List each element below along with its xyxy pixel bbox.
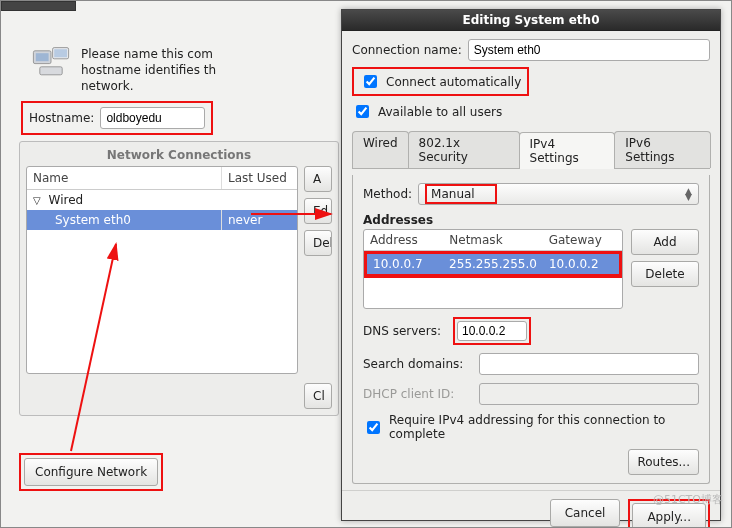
available-to-all-users-checkbox[interactable]: [356, 105, 369, 118]
close-connections-button[interactable]: Cl: [304, 383, 332, 409]
configure-network-button[interactable]: Configure Network: [24, 458, 158, 486]
tab-ipv6-settings[interactable]: IPv6 Settings: [614, 131, 711, 168]
tab-wired[interactable]: Wired: [352, 131, 409, 168]
add-address-button[interactable]: Add: [631, 229, 699, 255]
svg-rect-4: [40, 67, 62, 75]
tab-ipv4-settings[interactable]: IPv4 Settings: [519, 132, 616, 169]
background-titlebar-fragment: [1, 1, 76, 11]
add-connection-button[interactable]: A: [304, 166, 332, 192]
editing-system-eth0-dialog: Editing System eth0 Connection name: Con…: [341, 9, 721, 521]
column-lastused-header: Last Used: [222, 167, 297, 189]
addresses-table[interactable]: Address Netmask Gateway 10.0.0.7 255.255…: [363, 229, 623, 309]
intro-text: Please name this com hostname identifies…: [81, 46, 216, 95]
routes-button[interactable]: Routes...: [628, 449, 699, 475]
dialog-titlebar: Editing System eth0: [342, 10, 720, 31]
delete-connection-button[interactable]: Dele: [304, 230, 332, 256]
require-ipv4-checkbox[interactable]: [367, 421, 380, 434]
chevron-down-icon: ▽: [33, 195, 41, 206]
column-name-header: Name: [27, 167, 222, 189]
watermark: @51CTO博客: [653, 492, 723, 507]
method-value: Manual: [425, 184, 497, 204]
connection-name-label: Connection name:: [352, 43, 462, 57]
connect-automatically-checkbox[interactable]: [364, 75, 377, 88]
require-ipv4-label: Require IPv4 addressing for this connect…: [389, 413, 699, 441]
connections-list[interactable]: Name Last Used ▽ Wired System eth0 never: [26, 166, 298, 374]
method-combobox[interactable]: Manual ▲▼: [418, 183, 699, 205]
network-connections-title: Network Connections: [20, 142, 338, 166]
addresses-heading: Addresses: [363, 213, 699, 227]
hostname-label: Hostname:: [29, 111, 94, 125]
col-address: Address: [364, 230, 443, 250]
edit-connection-button[interactable]: Ed: [304, 198, 332, 224]
dns-servers-input[interactable]: [457, 321, 527, 341]
address-row-selected[interactable]: 10.0.0.7 255.255.255.0 10.0.0.2: [367, 254, 619, 274]
col-gateway: Gateway: [543, 230, 622, 250]
svg-rect-3: [54, 49, 67, 57]
computer-icon: [31, 46, 71, 78]
svg-rect-1: [36, 53, 49, 61]
search-domains-label: Search domains:: [363, 357, 473, 371]
connection-name-input[interactable]: [468, 39, 710, 61]
cancel-button[interactable]: Cancel: [550, 499, 621, 527]
dns-servers-label: DNS servers:: [363, 324, 447, 338]
dhcp-client-id-label: DHCP client ID:: [363, 387, 473, 401]
connection-item-system-eth0[interactable]: System eth0 never: [27, 210, 297, 230]
dhcp-client-id-input: [479, 383, 699, 405]
available-to-all-users-label: Available to all users: [378, 105, 502, 119]
col-netmask: Netmask: [443, 230, 542, 250]
search-domains-input[interactable]: [479, 353, 699, 375]
combo-updown-icon: ▲▼: [685, 188, 692, 200]
connect-automatically-label: Connect automatically: [386, 75, 521, 89]
tabs: Wired 802.1x Security IPv4 Settings IPv6…: [352, 131, 710, 169]
hostname-input[interactable]: [100, 107, 205, 129]
network-connections-window: Network Connections Name Last Used ▽ Wir…: [19, 141, 339, 416]
tab-8021x[interactable]: 802.1x Security: [408, 131, 520, 168]
delete-address-button[interactable]: Delete: [631, 261, 699, 287]
group-wired[interactable]: ▽ Wired: [27, 190, 297, 210]
method-label: Method:: [363, 187, 412, 201]
